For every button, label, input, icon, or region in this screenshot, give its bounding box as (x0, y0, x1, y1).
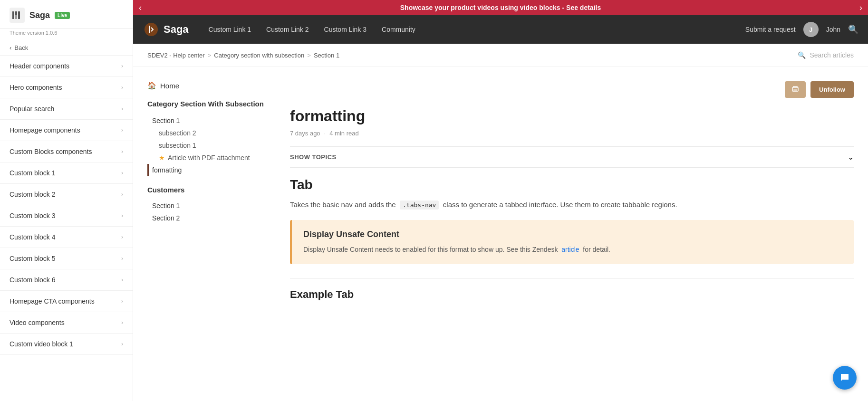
navbar-logo-text: Saga (164, 23, 189, 36)
example-tab-label: Example Tab (290, 278, 854, 301)
article-content: Unfollow formatting 7 days ago · 4 min r… (290, 81, 854, 301)
chevron-right-icon: › (121, 277, 123, 283)
sidebar-item-custom-block-3[interactable]: Custom block 3 › (0, 205, 133, 227)
sidebar-item-label: Homepage CTA components (10, 297, 95, 305)
unsafe-text-1: Display Unsafe Content needs to enabled … (303, 246, 558, 253)
announcement-text: Showcase your product videos using video… (400, 4, 601, 11)
chat-icon (839, 372, 850, 383)
tab-section-title: Tab (290, 177, 854, 192)
nav-item-section-1[interactable]: Section 1 (147, 115, 271, 127)
sidebar-item-hero-components[interactable]: Hero components › (0, 77, 133, 98)
breadcrumb-separator: > (208, 52, 212, 59)
chevron-right-icon: › (121, 319, 123, 326)
sidebar-live-badge: Live (55, 12, 70, 19)
unsafe-content-box: Display Unsafe Content Display Unsafe Co… (290, 220, 854, 264)
nav-subitem-subsection-2[interactable]: subsection 2 (147, 127, 271, 139)
sidebar-item-label: Custom block 4 (10, 233, 55, 241)
announcement-bar: ‹ Showcase your product videos using vid… (133, 0, 868, 15)
breadcrumb: SDEV2 - Help center > Category section w… (147, 52, 339, 59)
home-link[interactable]: 🏠 Home (147, 81, 271, 90)
saga-logo-icon (10, 8, 25, 23)
chevron-right-icon: › (121, 255, 123, 262)
tab-code-snippet: .tabs-nav (400, 200, 439, 210)
unfollow-button[interactable]: Unfollow (810, 81, 854, 98)
nav-starred-article[interactable]: ★ Article with PDF attachment (147, 152, 271, 164)
navbar: Saga Custom Link 1 Custom Link 2 Custom … (133, 15, 868, 44)
tab-desc-text-1: Takes the basic nav and adds the (290, 200, 396, 209)
sidebar-item-header-components[interactable]: Header components › (0, 56, 133, 77)
sidebar-item-label: Header components (10, 62, 69, 70)
back-arrow-icon: ‹ (10, 44, 11, 51)
back-button[interactable]: ‹ Back (0, 40, 133, 56)
navbar-link-custom-link-3[interactable]: Custom Link 3 (318, 22, 373, 37)
tab-description: Takes the basic nav and adds the .tabs-n… (290, 199, 854, 210)
chevron-right-icon: › (121, 105, 123, 112)
breadcrumb-item-0[interactable]: SDEV2 - Help center (147, 52, 205, 59)
article-meta-dot: · (324, 130, 326, 137)
chevron-right-icon: › (121, 84, 123, 91)
article-actions: Unfollow (290, 81, 854, 98)
user-avatar[interactable]: J (803, 22, 819, 37)
sidebar-item-custom-block-4[interactable]: Custom block 4 › (0, 227, 133, 248)
chevron-right-icon: › (121, 212, 123, 219)
nav-active-formatting[interactable]: formatting (147, 164, 271, 176)
sidebar-item-homepage-cta-components[interactable]: Homepage CTA components › (0, 291, 133, 312)
sidebar-item-custom-block-6[interactable]: Custom block 6 › (0, 269, 133, 291)
navbar-link-community[interactable]: Community (375, 22, 422, 37)
sidebar-item-custom-block-2[interactable]: Custom block 2 › (0, 184, 133, 205)
sidebar-item-custom-video-block-1[interactable]: Custom video block 1 › (0, 334, 133, 355)
chevron-right-icon: › (121, 127, 123, 134)
chevron-right-icon: › (121, 170, 123, 176)
chevron-right-icon: › (121, 234, 123, 240)
sidebar-header: Saga Live (0, 0, 133, 29)
sidebar-item-video-components[interactable]: Video components › (0, 312, 133, 334)
sidebar-item-label: Custom block 6 (10, 276, 55, 284)
sidebar-item-label: Custom block 1 (10, 169, 55, 177)
sidebar-item-label: Popular search (10, 105, 54, 113)
unsafe-text-2: for detail. (583, 246, 610, 253)
article-meta: 7 days ago · 4 min read (290, 130, 854, 137)
main-area: ‹ Showcase your product videos using vid… (133, 0, 868, 401)
sidebar-item-label: Custom Blocks components (10, 148, 92, 155)
nav-item-customers-section-1[interactable]: Section 1 (147, 200, 271, 212)
unsafe-article-link[interactable]: article (561, 246, 579, 253)
breadcrumb-item-1[interactable]: Category section with subsection (214, 52, 304, 59)
sidebar-item-label: Custom block 2 (10, 191, 55, 198)
nav-item-customers-section-2[interactable]: Section 2 (147, 212, 271, 224)
chevron-right-icon: › (121, 148, 123, 155)
show-topics-toggle[interactable]: SHOW TOPICS ⌄ (290, 146, 854, 168)
content-left-nav: 🏠 Home Category Section With Subsection … (147, 81, 271, 301)
submit-request-link[interactable]: Submit a request (745, 26, 796, 33)
home-icon: 🏠 (147, 81, 156, 90)
announcement-next-button[interactable]: › (854, 3, 868, 13)
sidebar-item-label: Custom block 3 (10, 212, 55, 220)
sidebar-item-custom-block-1[interactable]: Custom block 1 › (0, 162, 133, 184)
sidebar-item-popular-search[interactable]: Popular search › (0, 98, 133, 120)
navbar-links: Custom Link 1 Custom Link 2 Custom Link … (202, 22, 742, 37)
svg-rect-2 (793, 89, 797, 91)
sidebar-item-label: Video components (10, 319, 65, 326)
sidebar-item-homepage-components[interactable]: Homepage components › (0, 120, 133, 141)
starred-article-label: Article with PDF attachment (168, 154, 250, 162)
announcement-prev-button[interactable]: ‹ (133, 3, 147, 13)
search-icon: 🔍 (798, 51, 806, 59)
print-button[interactable] (785, 81, 806, 98)
sidebar-item-custom-block-5[interactable]: Custom block 5 › (0, 248, 133, 269)
sidebar: Saga Live Theme version 1.0.6 ‹ Back Hea… (0, 0, 133, 401)
navbar-search-button[interactable]: 🔍 (848, 24, 858, 35)
breadcrumb-search[interactable]: 🔍 Search articles (798, 51, 854, 59)
navbar-logo: Saga (143, 21, 189, 38)
article-time: 7 days ago (290, 130, 320, 137)
chevron-down-icon: ⌄ (848, 153, 854, 162)
sidebar-item-custom-blocks-components[interactable]: Custom Blocks components › (0, 141, 133, 162)
navbar-link-custom-link-2[interactable]: Custom Link 2 (260, 22, 315, 37)
nav-subitem-subsection-1[interactable]: subsection 1 (147, 139, 271, 152)
home-label: Home (160, 82, 179, 90)
chat-button[interactable] (833, 366, 857, 390)
show-topics-label: SHOW TOPICS (290, 153, 337, 161)
unsafe-content-text: Display Unsafe Content needs to enabled … (303, 244, 842, 255)
sidebar-version: Theme version 1.0.6 (0, 29, 133, 40)
tab-desc-text-2: class to generate a tabbed interface. Us… (443, 200, 677, 209)
navbar-link-custom-link-1[interactable]: Custom Link 1 (202, 22, 258, 37)
chevron-right-icon: › (121, 341, 123, 347)
